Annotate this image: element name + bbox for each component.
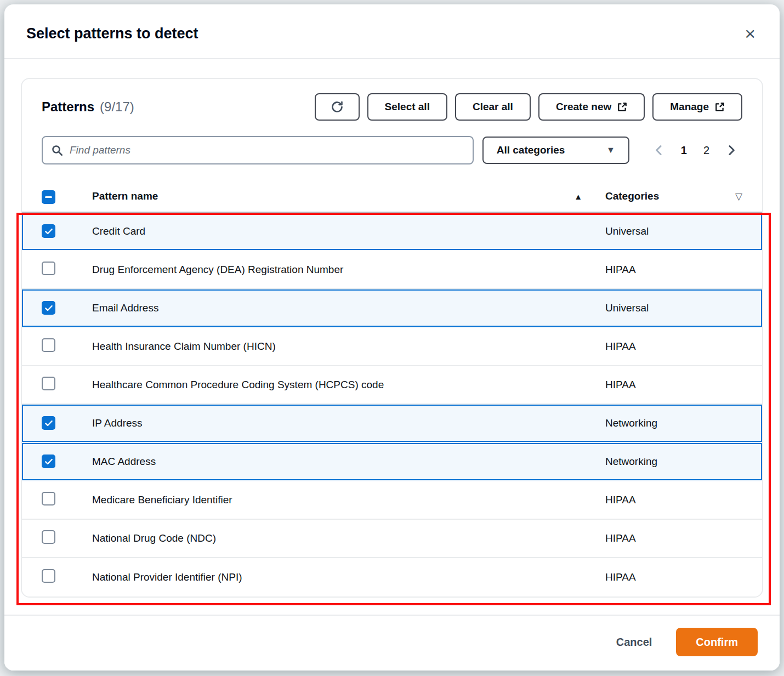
pattern-name: Drug Enforcement Agency (DEA) Registrati… [92,264,605,276]
pattern-category: HIPAA [605,494,742,506]
external-link-icon [617,102,627,112]
pattern-category: HIPAA [605,379,742,391]
search-icon [52,145,63,156]
patterns-table: Pattern name ▲ Categories ▽ Credit CardU… [22,181,762,597]
select-patterns-modal: Select patterns to detect × Patterns (9/… [4,4,780,671]
pattern-name: Medicare Beneficiary Identifier [92,494,605,506]
refresh-button[interactable] [315,93,360,121]
table-header-row: Pattern name ▲ Categories ▽ [22,181,762,213]
row-checkbox[interactable] [42,301,55,315]
panel-counter: (9/17) [100,99,134,115]
pattern-category: Networking [605,456,742,468]
row-checkbox[interactable] [42,224,55,238]
search-box[interactable] [42,136,474,164]
filter-icon[interactable]: ▽ [735,191,742,202]
chevron-right-icon [726,145,737,156]
table-row[interactable]: National Drug Code (NDC)HIPAA [22,520,762,558]
row-checkbox-cell [42,224,92,238]
row-checkbox[interactable] [42,569,55,583]
pattern-category: HIPAA [605,264,742,276]
pattern-name: Credit Card [92,225,605,237]
row-checkbox[interactable] [42,492,55,505]
category-filter-dropdown[interactable]: All categories ▼ [482,137,629,164]
row-checkbox-cell [42,301,92,315]
pattern-category: HIPAA [605,571,742,583]
filter-row: All categories ▼ 1 2 [22,136,762,164]
row-checkbox-cell [42,416,92,430]
patterns-toolbar: Patterns (9/17) Select all [22,79,762,121]
patterns-table-body: Credit CardUniversalDrug Enforcement Age… [22,213,762,597]
cancel-button[interactable]: Cancel [613,635,656,649]
next-page-button[interactable] [720,141,742,159]
close-button[interactable]: × [742,24,758,43]
row-checkbox-cell [42,530,92,547]
name-column-header[interactable]: Pattern name ▲ [92,190,605,202]
previous-page-button[interactable] [648,141,670,159]
table-row[interactable]: Drug Enforcement Agency (DEA) Registrati… [22,251,762,289]
search-input[interactable] [69,144,464,157]
pattern-name: National Provider Identifier (NPI) [92,571,605,583]
row-checkbox[interactable] [42,377,55,390]
select-all-checkbox[interactable] [42,190,55,204]
select-all-button[interactable]: Select all [367,93,447,121]
row-checkbox-cell [42,262,92,278]
row-checkbox-cell [42,338,92,355]
modal-footer: Cancel Confirm [4,615,780,671]
clear-all-label: Clear all [473,101,513,113]
pattern-category: HIPAA [605,340,742,353]
refresh-icon [331,100,344,113]
table-row[interactable]: Email AddressUniversal [22,289,762,328]
categories-column-header[interactable]: Categories ▽ [605,190,742,202]
clear-all-button[interactable]: Clear all [455,93,531,121]
row-checkbox[interactable] [42,530,55,544]
close-icon: × [745,23,755,44]
pattern-name: Health Insurance Claim Number (HICN) [92,340,605,353]
page-1-button[interactable]: 1 [675,141,692,160]
table-row[interactable]: Healthcare Common Procedure Coding Syste… [22,366,762,405]
external-link-icon [715,102,725,112]
row-checkbox-cell [42,569,92,586]
pattern-name: Healthcare Common Procedure Coding Syste… [92,379,605,391]
categories-column-label: Categories [605,190,659,202]
pattern-name: National Drug Code (NDC) [92,532,605,544]
check-icon [44,227,53,236]
table-row[interactable]: Credit CardUniversal [22,213,762,251]
pattern-category: Universal [605,225,742,237]
category-filter-label: All categories [497,144,565,156]
page-2-button[interactable]: 2 [698,141,715,160]
select-all-label: Select all [385,101,430,113]
row-checkbox-cell [42,377,92,393]
confirm-button[interactable]: Confirm [676,628,758,656]
pattern-category: Universal [605,302,742,314]
row-checkbox[interactable] [42,262,55,275]
check-icon [44,457,53,466]
row-checkbox[interactable] [42,455,55,468]
check-icon [44,304,53,313]
toolbar-actions: Select all Clear all Create new [315,93,742,121]
table-row[interactable]: MAC AddressNetworking [22,443,762,481]
create-new-label: Create new [556,101,611,113]
table-row[interactable]: Medicare Beneficiary IdentifierHIPAA [22,481,762,520]
create-new-button[interactable]: Create new [538,93,645,121]
manage-button[interactable]: Manage [652,93,742,121]
pattern-name: IP Address [92,417,605,429]
check-icon [44,419,53,428]
select-all-cell [42,189,92,204]
pattern-category: Networking [605,417,742,429]
table-row[interactable]: National Provider Identifier (NPI)HIPAA [22,558,762,597]
modal-body: Patterns (9/17) Select all [4,59,780,598]
chevron-left-icon [654,145,664,156]
panel-title: Patterns [42,99,94,115]
row-checkbox[interactable] [42,338,55,352]
pattern-name: MAC Address [92,456,605,468]
pattern-category: HIPAA [605,532,742,544]
modal-title: Select patterns to detect [26,24,198,43]
row-checkbox[interactable] [42,416,55,430]
table-row[interactable]: Health Insurance Claim Number (HICN)HIPA… [22,328,762,366]
pattern-name: Email Address [92,302,605,314]
table-row[interactable]: IP AddressNetworking [22,405,762,443]
name-column-label: Pattern name [92,190,158,202]
modal-header: Select patterns to detect × [4,4,780,59]
sort-ascending-icon[interactable]: ▲ [574,192,582,201]
row-checkbox-cell [42,455,92,469]
